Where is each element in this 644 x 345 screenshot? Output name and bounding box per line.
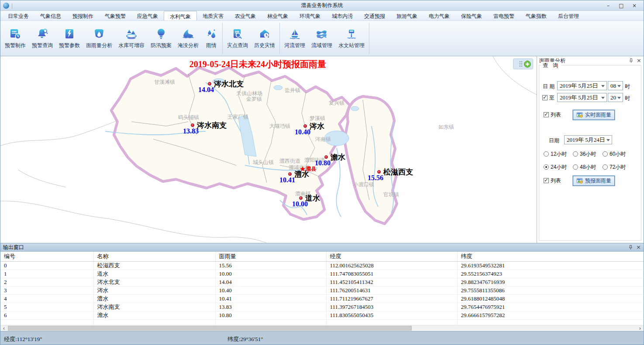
output-pin-icon[interactable]	[628, 245, 633, 250]
realtime-rain-button[interactable]: 实时面雨量	[573, 110, 615, 120]
menu-item-10[interactable]: 城市内涝	[326, 11, 358, 20]
menu-item-15[interactable]: 雷电预警	[488, 11, 520, 20]
table-cell: 29.6193549532281	[457, 262, 644, 270]
menu-item-7[interactable]: 农业气象	[229, 11, 262, 20]
toolbar-button-flood-plan[interactable]: 防汛预案	[148, 21, 175, 56]
menu-item-12[interactable]: 旅游气象	[391, 11, 423, 20]
menu-item-6[interactable]: 地质灾害	[197, 11, 229, 20]
table-cell: 道水	[93, 270, 215, 278]
table-row[interactable]: 1道水10.00111.74708305505129.552156374923	[0, 270, 644, 278]
station-dot-icon	[208, 82, 211, 85]
toolbar-button-river[interactable]: 河流管理	[281, 21, 308, 56]
menu-item-0[interactable]: 日常业务	[2, 11, 34, 20]
menu-item-11[interactable]: 交通预报	[358, 11, 391, 20]
toolbar-button-alert-param[interactable]: 预警参数	[56, 21, 83, 56]
menu-item-2[interactable]: 预报制作	[67, 11, 99, 20]
table-row[interactable]: 0松滋西支15.56112.00162562502829.61935495322…	[0, 262, 644, 270]
app-window: { "window": { "title": "澧县业务制作系统", "butt…	[0, 0, 644, 345]
history-icon	[258, 28, 271, 40]
panel-close-icon[interactable]: ×	[637, 58, 641, 63]
toolbar-button-disaster-query[interactable]: 灾点查询	[224, 21, 251, 56]
table-row[interactable]: 3涔水10.40111.7620051463129.7555811355086	[0, 287, 644, 295]
table-row[interactable]: 5涔水南支13.83111.39726718450329.76544769759…	[0, 303, 644, 311]
town-label: 官垸镇	[383, 191, 399, 198]
forecast-date-select[interactable]: 2019年 5月24日	[564, 135, 612, 144]
forecast-list-checkbox-box	[544, 178, 549, 183]
end-hour-select[interactable]: 20	[608, 93, 623, 102]
toolbar-button-alert-make[interactable]: 预警制作	[2, 21, 29, 56]
menu-item-13[interactable]: 电力气象	[423, 11, 455, 20]
forecast-list-checkbox[interactable]: 列表	[544, 178, 561, 184]
radio-option-4[interactable]: 48小时	[573, 164, 596, 170]
output-close-icon[interactable]: ×	[636, 245, 641, 250]
radio-option-label: 36小时	[580, 150, 596, 158]
toolbar-button-area-rain[interactable]: 面雨量分析	[83, 21, 115, 56]
toolbar-button-label: 防汛预案	[151, 42, 172, 49]
radio-option-0[interactable]: 12小时	[544, 151, 567, 157]
scrollbar-thumb[interactable]	[8, 326, 412, 331]
table-cell: 10.40	[215, 287, 326, 295]
title-bar: | 澧县业务制作系统 – □ ×	[0, 0, 644, 11]
toolbar-button-alert-query[interactable]: 预警查询	[29, 21, 56, 56]
start-hour-select[interactable]: 08	[608, 81, 623, 90]
toolbar-button-label: 雨情	[206, 42, 217, 49]
table-cell: 13.83	[215, 303, 326, 311]
radio-circle	[544, 164, 549, 170]
table-cell: 111.830565050435	[326, 311, 457, 320]
drag-grip-icon[interactable]	[519, 61, 522, 67]
menu-item-5[interactable]: 水利气象	[164, 11, 197, 20]
toolbar-button-hydro-station[interactable]: 水文站管理	[335, 21, 368, 56]
town-label: 复兴镇	[329, 99, 344, 107]
menu-item-8[interactable]: 林业气象	[262, 11, 294, 20]
radio-option-1[interactable]: 36小时	[573, 151, 596, 157]
add-layer-button[interactable]	[523, 60, 531, 68]
toolbar-button-submerge[interactable]: 淹没分析	[175, 21, 202, 56]
town-label: 王家厂镇	[227, 113, 248, 121]
menu-item-9[interactable]: 环境气象	[294, 11, 326, 20]
table-row[interactable]: 6澹水10.80111.83056505043529.6666157957282	[0, 311, 644, 320]
table-cell	[457, 320, 644, 325]
map-canvas[interactable]: 2019-05-24日未来24小时预报面雨量 甘溪滩镇盐井镇天供山林场金罗镇复兴…	[0, 56, 537, 243]
toolbar-button-history[interactable]: 历史灾情	[251, 21, 278, 56]
station-name: 涔水北支	[214, 79, 244, 89]
county-seat-marker: ★ 澧县	[300, 165, 317, 173]
toolbar-button-reservoir[interactable]: 水库可增容	[115, 21, 148, 56]
list-checkbox[interactable]: 列表	[544, 112, 561, 118]
table-row[interactable]: 4澧水10.41111.71121966762729.6188012485048	[0, 295, 644, 303]
radio-option-3[interactable]: 24小时	[544, 164, 567, 170]
radio-option-2[interactable]: 60小时	[603, 151, 626, 157]
menu-item-1[interactable]: 气象信息	[34, 11, 67, 20]
toolbar-button-rain[interactable]: 雨情	[202, 21, 221, 56]
scroll-right-icon[interactable]: ›	[637, 325, 644, 331]
toolbar-button-label: 面雨量分析	[86, 42, 112, 49]
result-grid-wrap: 编号名称面雨量经度纬度0松滋西支15.56112.00162562502829.…	[0, 252, 644, 325]
menu-item-16[interactable]: 气象指数	[520, 11, 552, 20]
maximize-button[interactable]: □	[618, 3, 624, 9]
to-checkbox[interactable]: 至	[542, 95, 554, 101]
horizontal-scrollbar[interactable]: ‹ ›	[0, 325, 644, 331]
table-row[interactable]: 2涔水北支14.04111.45210541134229.88234767169…	[0, 278, 644, 287]
town-label: 盐井镇	[285, 87, 300, 94]
town-label: 如东镇	[438, 123, 454, 131]
minimize-button[interactable]: –	[605, 3, 611, 9]
table-cell: 澹水	[93, 311, 215, 320]
forecast-rain-button[interactable]: 预报面雨量	[573, 176, 615, 186]
menu-item-17[interactable]: 后台管理	[552, 11, 585, 20]
toolbar-button-basin[interactable]: 流域管理	[308, 21, 335, 56]
station-rain-value: 13.83	[183, 127, 199, 135]
end-date-value: 2019年 5月25日	[560, 94, 598, 102]
end-date-select[interactable]: 2019年 5月25日	[557, 93, 607, 102]
start-date-select[interactable]: 2019年 5月25日	[557, 81, 607, 90]
disaster-query-icon	[231, 28, 244, 40]
column-header: 编号	[0, 252, 93, 262]
scroll-left-icon[interactable]: ‹	[0, 325, 7, 331]
menu-item-4[interactable]: 应急气象	[131, 11, 164, 20]
close-button[interactable]: ×	[631, 3, 637, 9]
town-label: 码头铺镇	[178, 114, 199, 121]
table-cell: 29.7654476975921	[457, 303, 644, 311]
menu-item-3[interactable]: 气象预警	[99, 11, 131, 20]
menu-item-14[interactable]: 保险气象	[455, 11, 488, 20]
radio-option-5[interactable]: 72小时	[603, 164, 626, 170]
pin-icon[interactable]	[629, 58, 634, 63]
toolbar-group-0: 预警制作预警查询预警参数面雨量分析水库可增容防汛预案淹没分析雨情	[2, 21, 221, 56]
